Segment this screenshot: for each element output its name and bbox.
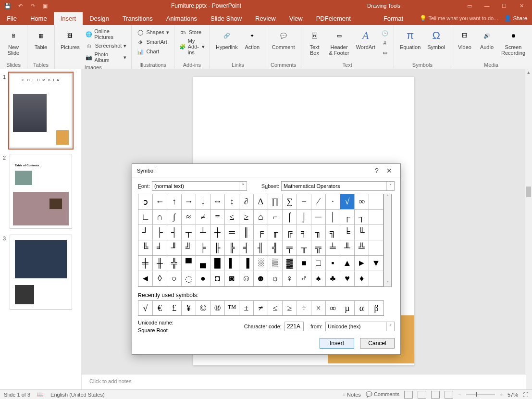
chevron-down-icon[interactable]: ˅: [386, 182, 394, 190]
symbol-cell[interactable]: ⌡: [297, 210, 311, 225]
symbol-cell[interactable]: ╢: [254, 240, 268, 256]
symbol-cell[interactable]: ┘: [138, 225, 153, 240]
recent-symbol-cell[interactable]: ±: [239, 301, 254, 315]
symbol-cell[interactable]: ▐: [239, 256, 254, 271]
symbol-cell[interactable]: ▓: [283, 256, 297, 271]
vertical-scrollbar[interactable]: ▴: [525, 69, 532, 389]
symbol-cell[interactable]: ∕: [311, 194, 326, 210]
symbol-cell[interactable]: ╬: [167, 256, 182, 271]
context-tab[interactable]: Drawing Tools: [361, 2, 406, 10]
symbol-cell[interactable]: ╣: [268, 240, 283, 256]
symbol-cell[interactable]: ←: [153, 194, 167, 210]
symbol-cell[interactable]: ↔: [210, 194, 225, 210]
symbol-cell[interactable]: ╡: [239, 240, 254, 256]
symbol-cell[interactable]: ∑: [283, 194, 297, 210]
smartart-button[interactable]: ⬗SmartArt: [135, 37, 171, 46]
symbol-cell[interactable]: ╓: [268, 225, 283, 240]
symbol-cell[interactable]: [369, 240, 384, 256]
symbol-cell[interactable]: ▲: [340, 256, 355, 271]
status-language[interactable]: English (United States): [50, 392, 105, 398]
symbol-cell[interactable]: ▼: [369, 256, 384, 271]
equation-button[interactable]: πEquation: [397, 27, 423, 51]
symbol-cell[interactable]: ┌: [340, 210, 355, 225]
font-combobox[interactable]: (normal text)˅: [152, 181, 247, 191]
slide-thumbnails-panel[interactable]: 1 C O L U M B I A 2 Table of Contents 3: [0, 69, 82, 389]
symbol-cell[interactable]: ╒: [254, 225, 268, 240]
object-button[interactable]: ▭: [379, 48, 391, 57]
table-button[interactable]: ▦Table: [30, 27, 51, 51]
recent-symbol-cell[interactable]: ©: [196, 301, 210, 315]
symbol-cell[interactable]: ▀: [182, 256, 196, 271]
tab-transitions[interactable]: Transitions: [116, 12, 160, 25]
recent-symbol-cell[interactable]: ∞: [326, 301, 340, 315]
recent-symbol-cell[interactable]: µ: [340, 301, 355, 315]
recent-symbol-cell[interactable]: ÷: [297, 301, 311, 315]
comment-button[interactable]: 💬Comment: [269, 27, 298, 51]
symbol-cell[interactable]: ≡: [210, 210, 225, 225]
symbol-cell[interactable]: ⌂: [254, 210, 268, 225]
slide-thumbnail-3[interactable]: [10, 235, 72, 310]
recent-symbol-cell[interactable]: ≠: [254, 301, 268, 315]
recent-symbol-cell[interactable]: β: [369, 301, 384, 315]
ribbon-display-icon[interactable]: ▭: [464, 1, 475, 11]
symbol-cell[interactable]: ⌐: [268, 210, 283, 225]
symbol-cell[interactable]: ▄: [196, 256, 210, 271]
symbol-cell[interactable]: □: [311, 256, 326, 271]
symbol-grid-scrollbar[interactable]: ˄ ˅: [384, 194, 392, 287]
symbol-cell[interactable]: ◙: [225, 271, 239, 287]
zoom-in-icon[interactable]: +: [500, 392, 503, 398]
recent-symbol-cell[interactable]: ™: [225, 301, 239, 315]
online-pictures-button[interactable]: 🌐Online Pictures: [84, 28, 129, 40]
symbol-cell[interactable]: ∞: [355, 194, 369, 210]
recent-symbol-cell[interactable]: ®: [210, 301, 225, 315]
new-slide-button[interactable]: 🗎New Slide: [3, 27, 24, 57]
from-combobox[interactable]: Unicode (hex)˅: [325, 322, 395, 331]
recent-symbol-cell[interactable]: ≥: [283, 301, 297, 315]
symbol-cell[interactable]: ╪: [138, 256, 153, 271]
shapes-button[interactable]: ◯Shapes ▾: [135, 28, 171, 37]
symbol-cell[interactable]: [369, 194, 384, 210]
symbol-cell[interactable]: ♀: [283, 271, 297, 287]
fit-to-window-icon[interactable]: ⛶: [523, 392, 528, 398]
chevron-down-icon[interactable]: ˅: [239, 182, 247, 190]
audio-button[interactable]: 🔊Audio: [476, 27, 497, 57]
tab-review[interactable]: Review: [248, 12, 283, 25]
symbol-cell[interactable]: ╔: [283, 225, 297, 240]
symbol-cell[interactable]: ╫: [153, 256, 167, 271]
symbol-cell[interactable]: ╚: [138, 240, 153, 256]
symbol-cell[interactable]: ┐: [355, 210, 369, 225]
cancel-button[interactable]: Cancel: [360, 338, 395, 349]
symbol-cell[interactable]: ☼: [268, 271, 283, 287]
spellcheck-icon[interactable]: 📖: [37, 391, 44, 398]
symbol-cell[interactable]: √: [340, 194, 355, 210]
symbol-cell[interactable]: ☺: [239, 271, 254, 287]
symbol-cell[interactable]: ╛: [153, 240, 167, 256]
tab-file[interactable]: File: [0, 12, 24, 25]
recent-symbol-cell[interactable]: α: [355, 301, 369, 315]
symbol-cell[interactable]: ►: [355, 256, 369, 271]
symbol-cell[interactable]: ╤: [283, 240, 297, 256]
insert-button[interactable]: Insert: [320, 338, 354, 349]
slide-thumbnail-1[interactable]: C O L U M B I A: [10, 73, 72, 148]
notes-pane[interactable]: Click to add notes: [82, 374, 526, 389]
symbol-grid[interactable]: ↄ←↑→↓↔↕∂∆∏∑−∕∙√∞∟∩∫≈≠≡≤≥⌂⌐⌠⌡─│┌┐┘├┤┬┴┼═║…: [138, 194, 384, 287]
symbol-cell[interactable]: ┴: [196, 225, 210, 240]
pictures-button[interactable]: 🖼Pictures: [58, 27, 83, 63]
recent-symbol-cell[interactable]: ×: [311, 301, 326, 315]
scrollbar-thumb[interactable]: [526, 187, 531, 197]
symbol-cell[interactable]: ╨: [340, 240, 355, 256]
symbol-cell[interactable]: ∂: [239, 194, 254, 210]
symbol-cell[interactable]: ■: [297, 256, 311, 271]
tab-insert[interactable]: Insert: [54, 12, 83, 25]
symbol-cell[interactable]: ∫: [167, 210, 182, 225]
tab-view[interactable]: View: [283, 12, 309, 25]
symbol-cell[interactable]: ♣: [326, 271, 340, 287]
symbol-cell[interactable]: ╕: [297, 225, 311, 240]
zoom-slider[interactable]: [466, 394, 495, 395]
zoom-value[interactable]: 57%: [507, 392, 518, 398]
recent-symbol-cell[interactable]: ¥: [182, 301, 196, 315]
textbox-button[interactable]: 🄰Text Box: [304, 27, 325, 57]
photo-album-button[interactable]: 📷Photo Album ▾: [84, 51, 129, 63]
symbol-cell[interactable]: ☻: [254, 271, 268, 287]
symbol-cell[interactable]: ╥: [297, 240, 311, 256]
